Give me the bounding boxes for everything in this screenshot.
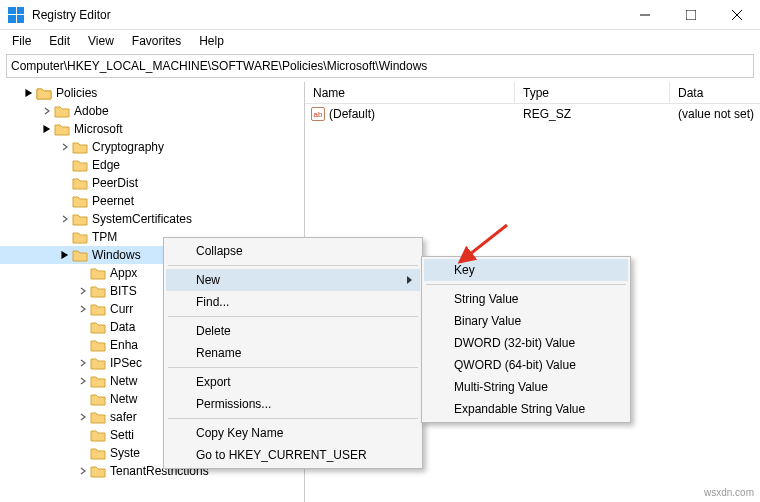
ctx-permissions[interactable]: Permissions... bbox=[166, 393, 420, 415]
expand-icon[interactable] bbox=[40, 122, 54, 136]
tree-label: safer bbox=[110, 410, 137, 424]
col-header-name[interactable]: Name bbox=[305, 82, 515, 103]
tree-node-microsoft[interactable]: Microsoft bbox=[0, 120, 304, 138]
folder-icon bbox=[90, 392, 106, 406]
folder-icon bbox=[90, 374, 106, 388]
separator bbox=[168, 367, 418, 368]
sub-expand[interactable]: Expandable String Value bbox=[424, 398, 628, 420]
app-icon bbox=[8, 7, 24, 23]
sub-multi[interactable]: Multi-String Value bbox=[424, 376, 628, 398]
menu-view[interactable]: View bbox=[80, 32, 122, 50]
sub-dword[interactable]: DWORD (32-bit) Value bbox=[424, 332, 628, 354]
col-header-data[interactable]: Data bbox=[670, 82, 760, 103]
folder-icon bbox=[72, 194, 88, 208]
svg-rect-1 bbox=[686, 10, 696, 20]
expand-icon[interactable] bbox=[40, 104, 54, 118]
tree-node-adobe[interactable]: Adobe bbox=[0, 102, 304, 120]
tree-label: IPSec bbox=[110, 356, 142, 370]
folder-icon bbox=[90, 356, 106, 370]
tree-label: Netw bbox=[110, 392, 137, 406]
address-root: Computer bbox=[11, 59, 64, 73]
tree-node-peerdist[interactable]: PeerDist bbox=[0, 174, 304, 192]
watermark: wsxdn.com bbox=[704, 487, 754, 498]
expand-icon[interactable] bbox=[58, 140, 72, 154]
ctx-copy-key-name[interactable]: Copy Key Name bbox=[166, 422, 420, 444]
expand-icon[interactable] bbox=[76, 356, 90, 370]
folder-icon bbox=[90, 302, 106, 316]
context-menu: Collapse New Find... Delete Rename Expor… bbox=[163, 237, 423, 469]
separator bbox=[168, 265, 418, 266]
folder-icon bbox=[72, 248, 88, 262]
tree-node-peernet[interactable]: Peernet bbox=[0, 192, 304, 210]
address-bar[interactable]: Computer\HKEY_LOCAL_MACHINE\SOFTWARE\Pol… bbox=[6, 54, 754, 78]
separator bbox=[168, 418, 418, 419]
value-name: (Default) bbox=[329, 107, 375, 121]
tree-label: Adobe bbox=[74, 104, 109, 118]
menu-favorites[interactable]: Favorites bbox=[124, 32, 189, 50]
tree-label: Peernet bbox=[92, 194, 134, 208]
value-type: REG_SZ bbox=[515, 107, 670, 121]
tree-node-systemcertificates[interactable]: SystemCertificates bbox=[0, 210, 304, 228]
menu-help[interactable]: Help bbox=[191, 32, 232, 50]
folder-icon bbox=[72, 230, 88, 244]
folder-icon bbox=[54, 122, 70, 136]
menu-edit[interactable]: Edit bbox=[41, 32, 78, 50]
sub-string[interactable]: String Value bbox=[424, 288, 628, 310]
ctx-delete[interactable]: Delete bbox=[166, 320, 420, 342]
minimize-button[interactable] bbox=[622, 0, 668, 30]
window-title: Registry Editor bbox=[32, 8, 622, 22]
menu-file[interactable]: File bbox=[4, 32, 39, 50]
value-data: (value not set) bbox=[670, 107, 760, 121]
expand-icon[interactable] bbox=[58, 248, 72, 262]
tree-label: Curr bbox=[110, 302, 133, 316]
sub-qword[interactable]: QWORD (64-bit) Value bbox=[424, 354, 628, 376]
ctx-go-hkcu[interactable]: Go to HKEY_CURRENT_USER bbox=[166, 444, 420, 466]
tree-label: SystemCertificates bbox=[92, 212, 192, 226]
expand-icon[interactable] bbox=[76, 302, 90, 316]
ctx-export[interactable]: Export bbox=[166, 371, 420, 393]
list-header: Name Type Data bbox=[305, 82, 760, 104]
ctx-rename[interactable]: Rename bbox=[166, 342, 420, 364]
expand-icon[interactable] bbox=[76, 284, 90, 298]
expand-icon[interactable] bbox=[58, 212, 72, 226]
tree-label: Netw bbox=[110, 374, 137, 388]
tree-node-policies[interactable]: Policies bbox=[0, 84, 304, 102]
expand-icon[interactable] bbox=[22, 86, 36, 100]
menubar: File Edit View Favorites Help bbox=[0, 30, 760, 52]
sub-binary[interactable]: Binary Value bbox=[424, 310, 628, 332]
tree-label: Cryptography bbox=[92, 140, 164, 154]
maximize-button[interactable] bbox=[668, 0, 714, 30]
ctx-new[interactable]: New bbox=[166, 269, 420, 291]
tree-label: Enha bbox=[110, 338, 138, 352]
string-value-icon: ab bbox=[311, 107, 325, 121]
tree-label: Windows bbox=[92, 248, 141, 262]
folder-icon bbox=[90, 464, 106, 478]
folder-icon bbox=[90, 266, 106, 280]
tree-node-edge[interactable]: Edge bbox=[0, 156, 304, 174]
tree-node-cryptography[interactable]: Cryptography bbox=[0, 138, 304, 156]
ctx-collapse[interactable]: Collapse bbox=[166, 240, 420, 262]
expand-icon[interactable] bbox=[76, 464, 90, 478]
sub-key[interactable]: Key bbox=[424, 259, 628, 281]
close-button[interactable] bbox=[714, 0, 760, 30]
col-header-type[interactable]: Type bbox=[515, 82, 670, 103]
tree-label: Setti bbox=[110, 428, 134, 442]
folder-icon bbox=[90, 284, 106, 298]
list-row[interactable]: ab (Default) REG_SZ (value not set) bbox=[305, 104, 760, 124]
tree-label: Appx bbox=[110, 266, 137, 280]
expand-icon[interactable] bbox=[76, 410, 90, 424]
tree-label: Edge bbox=[92, 158, 120, 172]
folder-icon bbox=[72, 176, 88, 190]
tree-label: Data bbox=[110, 320, 135, 334]
folder-icon bbox=[72, 212, 88, 226]
tree-label: TPM bbox=[92, 230, 117, 244]
titlebar: Registry Editor bbox=[0, 0, 760, 30]
submenu-new: Key String Value Binary Value DWORD (32-… bbox=[421, 256, 631, 423]
expand-icon[interactable] bbox=[76, 374, 90, 388]
tree-label: PeerDist bbox=[92, 176, 138, 190]
folder-icon bbox=[90, 338, 106, 352]
ctx-find[interactable]: Find... bbox=[166, 291, 420, 313]
tree-label: Syste bbox=[110, 446, 140, 460]
folder-icon bbox=[90, 320, 106, 334]
folder-icon bbox=[54, 104, 70, 118]
